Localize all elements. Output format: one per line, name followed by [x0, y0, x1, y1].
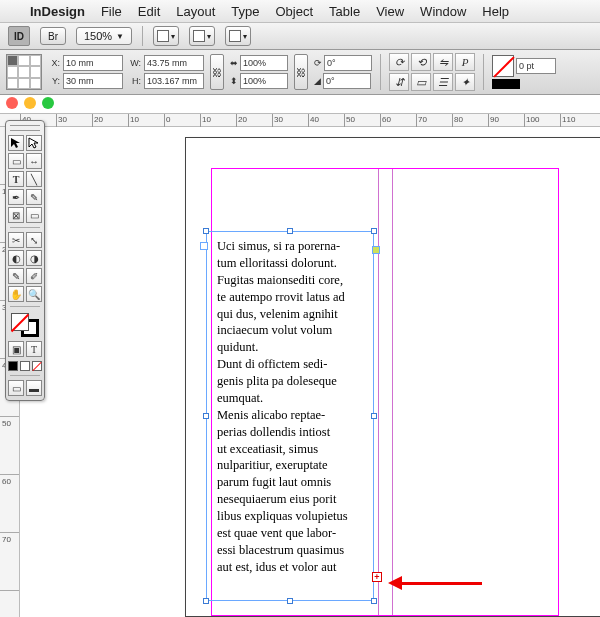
panel-grip[interactable] [10, 125, 40, 131]
view-mode-normal[interactable]: ▭ [8, 380, 24, 396]
menu-help[interactable]: Help [482, 4, 509, 19]
rectangle-tool[interactable]: ▭ [26, 207, 42, 223]
frame-handle[interactable] [287, 228, 293, 234]
align-button[interactable]: ▭ [411, 73, 431, 91]
stroke-style-dropdown[interactable] [492, 79, 520, 89]
page-tool[interactable]: ▭ [8, 153, 24, 169]
menu-layout[interactable]: Layout [176, 4, 215, 19]
menu-object[interactable]: Object [276, 4, 314, 19]
arrange-icon [229, 30, 241, 42]
overset-text-indicator[interactable]: + [372, 572, 382, 582]
apply-none-button[interactable] [32, 361, 42, 371]
view-mode-preview[interactable]: ▬ [26, 380, 42, 396]
formatting-container-toggle[interactable]: ▣ [8, 341, 24, 357]
free-transform-tool[interactable]: ⤡ [26, 232, 42, 248]
fill-swatch[interactable] [492, 55, 514, 77]
text-frame[interactable]: Uci simus, si ra porerna- tum elloritass… [206, 231, 374, 601]
ruler-horizontal[interactable]: 403020100102030405060708090100110 [0, 113, 600, 127]
canvas[interactable]: Uci simus, si ra porerna- tum elloritass… [20, 127, 600, 617]
gap-tool[interactable]: ↔ [26, 153, 42, 169]
annotation-arrow [388, 576, 482, 590]
menu-file[interactable]: File [101, 4, 122, 19]
effects-button[interactable]: ✦ [455, 73, 475, 91]
eyedropper-tool[interactable]: ✐ [26, 268, 42, 284]
pencil-tool[interactable]: ✎ [26, 189, 42, 205]
selection-tool[interactable] [8, 135, 24, 151]
reference-point-selector[interactable] [6, 54, 42, 90]
zoom-level-dropdown[interactable]: 150%▼ [76, 27, 132, 45]
text-frame-content: Uci simus, si ra porerna- tum elloritass… [207, 232, 373, 576]
menu-view[interactable]: View [376, 4, 404, 19]
scale-y-field[interactable]: 100% [240, 73, 288, 89]
bridge-button[interactable]: Br [40, 27, 66, 45]
distribute-button[interactable]: ☰ [433, 73, 453, 91]
rectangle-frame-tool[interactable]: ⊠ [8, 207, 24, 223]
scissors-tool[interactable]: ✂ [8, 232, 24, 248]
note-tool[interactable]: ✎ [8, 268, 24, 284]
menu-type[interactable]: Type [231, 4, 259, 19]
column-guide [378, 169, 379, 615]
rotate-cw-button[interactable]: ⟳ [389, 53, 409, 71]
gradient-feather-tool[interactable]: ◑ [26, 250, 42, 266]
pen-tool[interactable]: ✒ [8, 189, 24, 205]
divider [380, 54, 381, 90]
y-label: Y: [48, 76, 60, 86]
text-out-port-top[interactable] [372, 246, 380, 254]
chevron-down-icon: ▼ [116, 32, 124, 41]
rotate-icon: ⟳ [314, 58, 322, 68]
zoom-value: 150% [84, 30, 112, 42]
zoom-tool[interactable]: 🔍 [26, 286, 42, 302]
direct-selection-tool[interactable] [26, 135, 42, 151]
char-style-p[interactable]: P [455, 53, 475, 71]
apply-gradient-button[interactable] [20, 361, 30, 371]
y-field[interactable]: 30 mm [63, 73, 123, 89]
w-field[interactable]: 43.75 mm [144, 55, 204, 71]
arrange-dropdown[interactable] [225, 26, 251, 46]
x-field[interactable]: 10 mm [63, 55, 123, 71]
frame-handle[interactable] [371, 228, 377, 234]
frame-handle[interactable] [203, 413, 209, 419]
h-field[interactable]: 103.167 mm [144, 73, 204, 89]
stroke-weight-field[interactable]: 0 pt [516, 58, 556, 74]
view-options-dropdown[interactable] [153, 26, 179, 46]
minimize-window-button[interactable] [24, 97, 36, 109]
divider [142, 26, 143, 46]
fill-stroke-swatch[interactable] [11, 313, 39, 337]
tools-panel[interactable]: ▭ ↔ T ╲ ✒ ✎ ⊠ ▭ ✂ ⤡ ◐ ◑ ✎ ✐ ✋ 🔍 ▣ T [5, 120, 45, 401]
screen-icon [193, 30, 205, 42]
type-tool[interactable]: T [8, 171, 24, 187]
scale-y-icon: ⬍ [230, 76, 238, 86]
scale-x-field[interactable]: 100% [240, 55, 288, 71]
divider [10, 227, 40, 228]
apply-color-button[interactable] [8, 361, 18, 371]
rotate-ccw-button[interactable]: ⟲ [411, 53, 431, 71]
frame-handle[interactable] [203, 598, 209, 604]
close-window-button[interactable] [6, 97, 18, 109]
flip-h-button[interactable]: ⇋ [433, 53, 453, 71]
h-label: H: [129, 76, 141, 86]
menu-window[interactable]: Window [420, 4, 466, 19]
rotation-field[interactable]: 0° [324, 55, 372, 71]
scale-x-icon: ⬌ [230, 58, 238, 68]
shear-field[interactable]: 0° [323, 73, 371, 89]
frame-handle[interactable] [203, 228, 209, 234]
hand-tool[interactable]: ✋ [8, 286, 24, 302]
divider [483, 54, 484, 90]
flip-v-button[interactable]: ⇵ [389, 73, 409, 91]
screen-mode-dropdown[interactable] [189, 26, 215, 46]
frame-handle[interactable] [371, 598, 377, 604]
constrain-wh-toggle[interactable]: ⛓ [210, 54, 224, 90]
zoom-window-button[interactable] [42, 97, 54, 109]
frame-handle[interactable] [371, 413, 377, 419]
app-name[interactable]: InDesign [30, 4, 85, 19]
constrain-scale-toggle[interactable]: ⛓ [294, 54, 308, 90]
line-tool[interactable]: ╲ [26, 171, 42, 187]
formatting-text-toggle[interactable]: T [26, 341, 42, 357]
menu-edit[interactable]: Edit [138, 4, 160, 19]
menu-table[interactable]: Table [329, 4, 360, 19]
fill-color[interactable] [11, 313, 29, 331]
gradient-tool[interactable]: ◐ [8, 250, 24, 266]
text-in-port[interactable] [200, 242, 208, 250]
frame-handle[interactable] [287, 598, 293, 604]
x-label: X: [48, 58, 60, 68]
